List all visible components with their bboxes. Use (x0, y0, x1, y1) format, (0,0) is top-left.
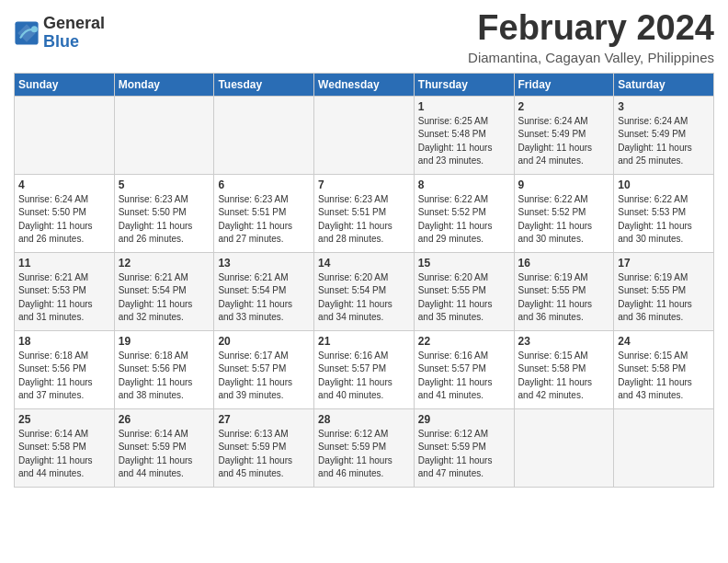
day-number: 27 (218, 413, 310, 426)
cell-info: Sunrise: 6:20 AM Sunset: 5:55 PM Dayligh… (418, 271, 510, 325)
week-row-4: 18Sunrise: 6:18 AM Sunset: 5:56 PM Dayli… (15, 330, 714, 408)
cell-info: Sunrise: 6:24 AM Sunset: 5:49 PM Dayligh… (518, 115, 610, 168)
cell-info: Sunrise: 6:19 AM Sunset: 5:55 PM Dayligh… (618, 271, 710, 325)
cell-info: Sunrise: 6:20 AM Sunset: 5:54 PM Dayligh… (318, 271, 410, 325)
day-number: 11 (18, 257, 110, 270)
calendar-cell: 18Sunrise: 6:18 AM Sunset: 5:56 PM Dayli… (15, 330, 115, 408)
day-number: 26 (119, 413, 210, 426)
day-number: 13 (218, 257, 310, 270)
day-number: 12 (119, 257, 210, 270)
header: General Blue February 2024 Diamantina, C… (14, 9, 714, 65)
cell-info: Sunrise: 6:18 AM Sunset: 5:56 PM Dayligh… (18, 350, 110, 403)
week-row-3: 11Sunrise: 6:21 AM Sunset: 5:53 PM Dayli… (15, 252, 714, 330)
cell-info: Sunrise: 6:14 AM Sunset: 5:58 PM Dayligh… (18, 428, 110, 481)
cell-info: Sunrise: 6:19 AM Sunset: 5:55 PM Dayligh… (518, 271, 610, 325)
day-number: 10 (618, 178, 710, 191)
cell-info: Sunrise: 6:12 AM Sunset: 5:59 PM Dayligh… (318, 428, 410, 481)
calendar-cell (514, 408, 614, 487)
day-number: 9 (518, 178, 610, 191)
calendar-cell (114, 96, 214, 174)
day-number: 6 (218, 178, 310, 191)
calendar-cell: 22Sunrise: 6:16 AM Sunset: 5:57 PM Dayli… (414, 330, 514, 408)
calendar-cell (15, 96, 115, 174)
calendar-cell: 1Sunrise: 6:25 AM Sunset: 5:48 PM Daylig… (414, 96, 514, 174)
day-number: 18 (18, 335, 110, 348)
calendar-cell: 19Sunrise: 6:18 AM Sunset: 5:56 PM Dayli… (114, 330, 214, 408)
cell-info: Sunrise: 6:23 AM Sunset: 5:50 PM Dayligh… (119, 193, 210, 247)
day-number: 4 (18, 178, 110, 191)
col-header-wednesday: Wednesday (314, 73, 415, 96)
col-header-tuesday: Tuesday (214, 73, 314, 96)
cell-info: Sunrise: 6:22 AM Sunset: 5:52 PM Dayligh… (418, 193, 510, 247)
calendar-cell: 17Sunrise: 6:19 AM Sunset: 5:55 PM Dayli… (614, 252, 714, 330)
day-number: 22 (418, 335, 510, 348)
calendar-cell: 29Sunrise: 6:12 AM Sunset: 5:59 PM Dayli… (414, 408, 514, 487)
calendar-cell: 15Sunrise: 6:20 AM Sunset: 5:55 PM Dayli… (414, 252, 514, 330)
calendar-cell: 6Sunrise: 6:23 AM Sunset: 5:51 PM Daylig… (214, 174, 314, 252)
header-row: SundayMondayTuesdayWednesdayThursdayFrid… (15, 73, 714, 96)
calendar-cell (214, 96, 314, 174)
logo-icon (14, 20, 40, 46)
cell-info: Sunrise: 6:21 AM Sunset: 5:53 PM Dayligh… (18, 271, 110, 325)
day-number: 17 (618, 257, 710, 270)
calendar-cell: 5Sunrise: 6:23 AM Sunset: 5:50 PM Daylig… (114, 174, 214, 252)
calendar-cell: 20Sunrise: 6:17 AM Sunset: 5:57 PM Dayli… (214, 330, 314, 408)
day-number: 21 (318, 335, 410, 348)
logo: General Blue (14, 15, 105, 52)
col-header-thursday: Thursday (414, 73, 514, 96)
cell-info: Sunrise: 6:22 AM Sunset: 5:52 PM Dayligh… (518, 193, 610, 247)
day-number: 20 (218, 335, 310, 348)
calendar-cell: 16Sunrise: 6:19 AM Sunset: 5:55 PM Dayli… (514, 252, 614, 330)
day-number: 14 (318, 257, 410, 270)
day-number: 23 (518, 335, 610, 348)
calendar-cell: 27Sunrise: 6:13 AM Sunset: 5:59 PM Dayli… (214, 408, 314, 487)
calendar-cell: 11Sunrise: 6:21 AM Sunset: 5:53 PM Dayli… (15, 252, 115, 330)
cell-info: Sunrise: 6:14 AM Sunset: 5:59 PM Dayligh… (119, 428, 210, 481)
calendar-cell: 14Sunrise: 6:20 AM Sunset: 5:54 PM Dayli… (314, 252, 415, 330)
cell-info: Sunrise: 6:15 AM Sunset: 5:58 PM Dayligh… (518, 350, 610, 403)
week-row-2: 4Sunrise: 6:24 AM Sunset: 5:50 PM Daylig… (15, 174, 714, 252)
cell-info: Sunrise: 6:16 AM Sunset: 5:57 PM Dayligh… (318, 350, 410, 403)
calendar-cell: 26Sunrise: 6:14 AM Sunset: 5:59 PM Dayli… (114, 408, 214, 487)
day-number: 19 (119, 335, 210, 348)
calendar-cell: 21Sunrise: 6:16 AM Sunset: 5:57 PM Dayli… (314, 330, 415, 408)
cell-info: Sunrise: 6:25 AM Sunset: 5:48 PM Dayligh… (418, 115, 510, 168)
day-number: 3 (618, 100, 710, 113)
col-header-sunday: Sunday (15, 73, 115, 96)
calendar-cell: 13Sunrise: 6:21 AM Sunset: 5:54 PM Dayli… (214, 252, 314, 330)
cell-info: Sunrise: 6:15 AM Sunset: 5:58 PM Dayligh… (618, 350, 710, 403)
col-header-monday: Monday (114, 73, 214, 96)
col-header-friday: Friday (514, 73, 614, 96)
day-number: 1 (418, 100, 510, 113)
calendar-cell: 10Sunrise: 6:22 AM Sunset: 5:53 PM Dayli… (614, 174, 714, 252)
logo-blue: Blue (43, 32, 79, 51)
logo-general: General (43, 14, 105, 32)
cell-info: Sunrise: 6:21 AM Sunset: 5:54 PM Dayligh… (218, 271, 310, 325)
cell-info: Sunrise: 6:24 AM Sunset: 5:50 PM Dayligh… (18, 193, 110, 247)
month-title: February 2024 (468, 9, 714, 48)
calendar-cell: 3Sunrise: 6:24 AM Sunset: 5:49 PM Daylig… (614, 96, 714, 174)
cell-info: Sunrise: 6:21 AM Sunset: 5:54 PM Dayligh… (119, 271, 210, 325)
week-row-5: 25Sunrise: 6:14 AM Sunset: 5:58 PM Dayli… (15, 408, 714, 487)
day-number: 24 (618, 335, 710, 348)
day-number: 5 (119, 178, 210, 191)
calendar-table: SundayMondayTuesdayWednesdayThursdayFrid… (14, 73, 714, 488)
calendar-cell: 9Sunrise: 6:22 AM Sunset: 5:52 PM Daylig… (514, 174, 614, 252)
cell-info: Sunrise: 6:18 AM Sunset: 5:56 PM Dayligh… (119, 350, 210, 403)
day-number: 8 (418, 178, 510, 191)
cell-info: Sunrise: 6:23 AM Sunset: 5:51 PM Dayligh… (318, 193, 410, 247)
day-number: 7 (318, 178, 410, 191)
day-number: 29 (418, 413, 510, 426)
cell-info: Sunrise: 6:22 AM Sunset: 5:53 PM Dayligh… (618, 193, 710, 247)
week-row-1: 1Sunrise: 6:25 AM Sunset: 5:48 PM Daylig… (15, 96, 714, 174)
calendar-cell: 28Sunrise: 6:12 AM Sunset: 5:59 PM Dayli… (314, 408, 415, 487)
cell-info: Sunrise: 6:17 AM Sunset: 5:57 PM Dayligh… (218, 350, 310, 403)
cell-info: Sunrise: 6:24 AM Sunset: 5:49 PM Dayligh… (618, 115, 710, 168)
cell-info: Sunrise: 6:23 AM Sunset: 5:51 PM Dayligh… (218, 193, 310, 247)
day-number: 15 (418, 257, 510, 270)
calendar-cell: 2Sunrise: 6:24 AM Sunset: 5:49 PM Daylig… (514, 96, 614, 174)
day-number: 16 (518, 257, 610, 270)
svg-point-2 (31, 26, 38, 32)
day-number: 2 (518, 100, 610, 113)
day-number: 28 (318, 413, 410, 426)
